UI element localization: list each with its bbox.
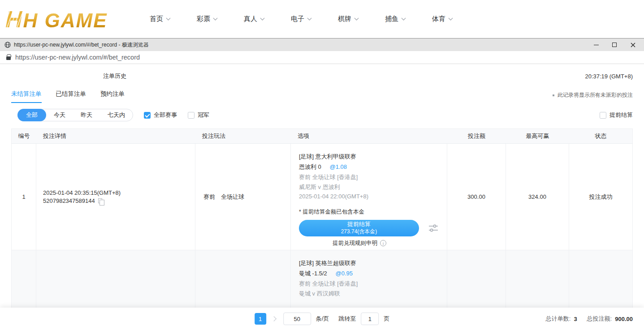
market-info: 赛前 全场让球 [香港盘] xyxy=(299,279,439,289)
filter-early-settle-label: 提前结算 xyxy=(609,111,633,119)
filter-champion[interactable]: 冠军 xyxy=(188,111,209,119)
nav-item-home[interactable]: 首页 xyxy=(150,15,170,23)
cashout-note: * 提前结算金额已包含本金 xyxy=(299,208,439,216)
note-text: 此记录将显示所有未派彩的投注 xyxy=(558,91,633,99)
col-header-play: 投注玩法 xyxy=(195,132,291,140)
nav-label: 体育 xyxy=(432,15,445,23)
cashout-button-label: 提前结算 xyxy=(347,221,371,228)
cell-options: [足球] 意大利甲级联赛 恩波利 0 @1.08 赛前 全场让球 [香港盘] 威… xyxy=(291,144,447,250)
total-count-value: 3 xyxy=(574,316,577,322)
maximize-button[interactable] xyxy=(611,42,618,48)
info-icon[interactable] xyxy=(380,240,386,246)
nav-item-lottery[interactable]: 彩票 xyxy=(197,15,217,23)
tab-settled[interactable]: 已结算注单 xyxy=(56,90,86,103)
nav-item-sports[interactable]: 体育 xyxy=(432,15,452,23)
odds-value: @0.95 xyxy=(335,270,353,277)
nav-label: 彩票 xyxy=(197,15,210,23)
cashout-rule-link[interactable]: 提前兑现规则申明 xyxy=(299,240,420,247)
copy-icon[interactable] xyxy=(98,198,102,203)
cell-play: 赛前 全场让球 xyxy=(195,144,291,250)
table-header: 编号 投注详情 投注玩法 选项 投注额 最高可赢 状态 xyxy=(12,129,632,144)
cell-status: 投注成功 xyxy=(569,144,632,250)
col-header-no: 编号 xyxy=(12,132,36,140)
current-time: 20:37:19 (GMT+8) xyxy=(585,73,633,80)
nav-label: 捕鱼 xyxy=(385,15,398,23)
nav-label: 棋牌 xyxy=(338,15,351,23)
col-header-amount: 投注额 xyxy=(447,132,506,140)
chevron-down-icon xyxy=(307,16,312,20)
page-size-input[interactable] xyxy=(283,313,311,325)
page-unit-label: 页 xyxy=(384,315,389,323)
bet-id: 5207982347589144 xyxy=(43,197,95,204)
site-header: H H GAME 首页 彩票 真人 电子 棋牌 捕鱼 体育 xyxy=(0,0,644,38)
nav-item-slots[interactable]: 电子 xyxy=(291,15,311,23)
nav-item-board-games[interactable]: 棋牌 xyxy=(338,15,358,23)
nav-item-live[interactable]: 真人 xyxy=(244,15,264,23)
browser-titlebar: https://user-pc-new.jylywl.com/#/bet_rec… xyxy=(0,38,644,51)
totals: 总计单数: 3 总投注额: 900.00 xyxy=(546,315,633,323)
page-content: 注单历史 20:37:19 (GMT+8) 未结算注单 已结算注单 预约注单 此… xyxy=(0,64,644,330)
date-filter-today[interactable]: 今天 xyxy=(46,109,73,121)
bet-id-row: 5207982347589144 xyxy=(43,197,195,204)
cashout-row: 提前结算 273.74(含本金) xyxy=(299,220,439,236)
address-bar[interactable]: https://user-pc-new.jylywl.com/#/bet_rec… xyxy=(0,51,644,64)
date-filter-7days[interactable]: 七天内 xyxy=(100,109,133,121)
tab-reserved[interactable]: 预约注单 xyxy=(100,90,125,103)
col-header-maxwin: 最高可赢 xyxy=(506,132,569,140)
chevron-down-icon xyxy=(213,16,218,20)
jump-label: 跳转至 xyxy=(338,315,356,323)
page-head: 注单历史 20:37:19 (GMT+8) xyxy=(0,64,644,88)
pagination-bar: 1 条/页 跳转至 页 总计单数: 3 总投注额: 900.00 xyxy=(0,308,644,330)
sliders-icon[interactable] xyxy=(428,223,439,233)
logo[interactable]: H H GAME xyxy=(5,6,126,33)
filter-bar: 全部 今天 昨天 七天内 全部赛事 冠军 提前结算 xyxy=(11,109,633,121)
col-header-options: 选项 xyxy=(291,132,447,140)
date-filter-yesterday[interactable]: 昨天 xyxy=(73,109,100,121)
play-type: 全场让球 xyxy=(221,193,244,201)
close-icon xyxy=(631,43,635,47)
cashout-button[interactable]: 提前结算 273.74(含本金) xyxy=(299,220,419,236)
pager: 1 条/页 跳转至 页 xyxy=(255,313,390,325)
pick-name: 曼城 -1.5/2 xyxy=(299,270,327,277)
minimize-icon xyxy=(594,45,599,45)
filter-early-settle[interactable]: 提前结算 xyxy=(600,111,633,119)
globe-icon xyxy=(4,42,11,48)
tab-unsettled[interactable]: 未结算注单 xyxy=(11,90,42,103)
checkbox-checked-icon xyxy=(144,112,151,119)
main-nav: 首页 彩票 真人 电子 棋牌 捕鱼 体育 xyxy=(150,15,452,23)
cell-amount: 300.00 xyxy=(447,144,506,250)
jump-page-input[interactable] xyxy=(361,313,379,325)
close-button[interactable] xyxy=(630,42,636,48)
window-controls xyxy=(593,42,636,48)
page-title: 注单历史 xyxy=(103,72,126,80)
record-tabs: 未结算注单 已结算注单 预约注单 此记录将显示所有未派彩的投注 xyxy=(11,90,633,103)
play-stage: 赛前 xyxy=(203,193,215,201)
cashout-button-amount: 273.74(含本金) xyxy=(341,228,377,236)
pick-name: 恩波利 0 xyxy=(299,163,321,170)
filter-all-events[interactable]: 全部赛事 xyxy=(144,111,177,119)
chevron-down-icon xyxy=(166,16,171,20)
minimize-button[interactable] xyxy=(593,42,599,48)
col-header-details: 投注详情 xyxy=(36,132,195,140)
cell-no: 1 xyxy=(12,144,36,250)
checkbox-icon xyxy=(188,112,194,119)
nav-item-fishing[interactable]: 捕鱼 xyxy=(385,15,405,23)
total-amount-label: 总投注额: xyxy=(587,315,612,323)
bet-table: 编号 投注详情 投注玩法 选项 投注额 最高可赢 状态 1 2025-01-04… xyxy=(11,129,633,330)
filter-all-events-label: 全部赛事 xyxy=(154,111,177,119)
league-name: [足球] 意大利甲级联赛 xyxy=(299,152,439,162)
bet-time: 2025-01-04 20:35:15(GMT+8) xyxy=(43,189,195,196)
table-row: 1 2025-01-04 20:35:15(GMT+8) 52079823475… xyxy=(12,144,632,250)
odds-value: @1.08 xyxy=(329,163,347,170)
date-filter-all[interactable]: 全部 xyxy=(17,109,46,121)
lock-icon xyxy=(6,56,11,60)
logo-mark: H xyxy=(5,6,23,33)
chevron-down-icon xyxy=(354,16,359,20)
chevron-down-icon xyxy=(449,16,453,20)
nav-label: 电子 xyxy=(291,15,304,23)
next-page-icon[interactable] xyxy=(271,316,276,321)
league-name: [足球] 英格兰超级联赛 xyxy=(299,258,439,268)
page-1-button[interactable]: 1 xyxy=(255,313,266,325)
nav-label: 首页 xyxy=(150,15,163,23)
cashout-rule-text: 提前兑现规则申明 xyxy=(333,240,377,247)
